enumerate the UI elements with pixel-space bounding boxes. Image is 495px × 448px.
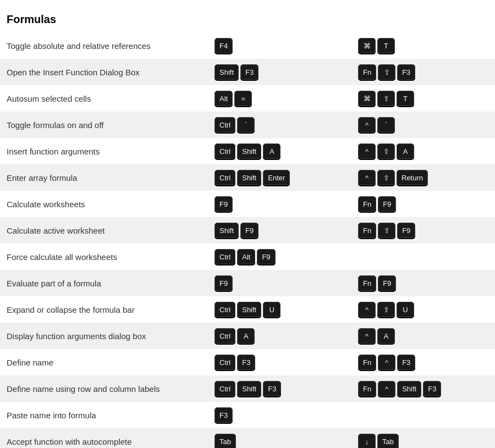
key-badge: F3 [240, 64, 258, 80]
key-badge: Ctrl [215, 117, 235, 132]
win-keys-cell: CtrlShiftU [208, 296, 351, 323]
mac-keys-cell: ^` [351, 112, 495, 138]
mac-keys-cell: Fn^F3 [351, 349, 495, 375]
key-badge: Shift [397, 381, 421, 396]
shortcut-label: Display function arguments dialog box [0, 323, 208, 349]
shortcut-label: Define name [0, 349, 208, 375]
key-badge: F3 [397, 64, 415, 80]
key-badge: Fn [358, 381, 376, 396]
mac-keys-cell: ⌘⇧T [351, 85, 495, 112]
key-badge: F9 [397, 223, 415, 238]
table-row: Open the Insert Function Dialog BoxShift… [0, 59, 495, 85]
key-badge: Tab [377, 434, 399, 448]
key-badge: Ctrl [215, 302, 235, 317]
key-badge: F9 [378, 275, 396, 291]
key-badge: F3 [423, 381, 441, 396]
table-row: Paste name into formulaF3 [0, 402, 495, 428]
key-badge: ⇧ [378, 64, 395, 80]
key-badge: U [263, 302, 280, 317]
key-badge: U [397, 302, 414, 317]
key-badge: Shift [237, 302, 261, 317]
key-badge: T [397, 91, 414, 106]
key-badge: ^ [378, 381, 395, 396]
key-badge: Ctrl [215, 143, 235, 159]
key-badge: Alt [215, 91, 233, 106]
shortcut-label: Calculate active worksheet [0, 217, 208, 244]
shortcut-label: Paste name into formula [0, 402, 208, 428]
shortcut-label: Enter array formula [0, 164, 208, 191]
shortcut-label: Force calculate all worksheets [0, 244, 208, 270]
mac-keys-cell: ⌘T [351, 32, 495, 59]
key-badge: Fn [358, 355, 376, 370]
shortcut-label: Accept function with autocomplete [0, 428, 208, 448]
key-badge: ^ [378, 355, 395, 370]
key-badge: F3 [397, 355, 415, 370]
shortcut-label: Evaluate part of a formula [0, 270, 208, 296]
key-badge: Shift [237, 170, 261, 185]
key-badge: F9 [215, 275, 233, 291]
key-badge: Enter [263, 170, 290, 185]
page-title: Formulas [0, 9, 495, 32]
mac-keys-cell [351, 244, 495, 270]
table-row: Define name using row and column labelsC… [0, 375, 495, 402]
key-badge: F9 [215, 196, 233, 212]
shortcut-label: Autosum selected cells [0, 85, 208, 112]
mac-keys-cell: ↓Tab [351, 428, 495, 448]
key-badge: ⇧ [377, 143, 395, 159]
win-keys-cell: F3 [208, 402, 351, 428]
mac-keys-cell: FnF9 [351, 191, 495, 217]
table-row: Calculate active worksheetShiftF9Fn⇧F9 [0, 217, 495, 244]
key-badge: F9 [240, 223, 258, 238]
table-row: Calculate worksheetsF9FnF9 [0, 191, 495, 217]
table-row: Toggle absolute and relative referencesF… [0, 32, 495, 59]
key-badge: Shift [237, 381, 261, 396]
shortcuts-table: Toggle absolute and relative referencesF… [0, 32, 495, 448]
key-badge: Fn [358, 275, 376, 291]
win-keys-cell: ShiftF9 [208, 217, 351, 244]
key-badge: ` [377, 117, 395, 132]
shortcut-label: Insert function arguments [0, 138, 208, 164]
win-keys-cell: CtrlAltF9 [208, 244, 351, 270]
key-badge: ^ [358, 143, 376, 159]
shortcut-label: Toggle absolute and relative references [0, 32, 208, 59]
win-keys-cell: CtrlA [208, 323, 351, 349]
key-badge: A [377, 328, 395, 344]
table-row: Toggle formulas on and offCtrl`^` [0, 112, 495, 138]
key-badge: ^ [358, 170, 376, 185]
key-badge: A [397, 143, 414, 159]
key-badge: Tab [215, 434, 236, 448]
key-badge: Alt [237, 249, 255, 264]
mac-keys-cell [351, 402, 495, 428]
table-row: Display function arguments dialog boxCtr… [0, 323, 495, 349]
key-badge: Return [397, 170, 428, 185]
win-keys-cell: Ctrl` [208, 112, 351, 138]
key-badge: ^ [358, 302, 376, 317]
mac-keys-cell: ^⇧A [351, 138, 495, 164]
key-badge: ⇧ [378, 223, 395, 238]
key-badge: T [377, 38, 395, 53]
table-row: Insert function argumentsCtrlShiftA^⇧A [0, 138, 495, 164]
win-keys-cell: Tab [208, 428, 351, 448]
win-keys-cell: CtrlShiftEnter [208, 164, 351, 191]
key-badge: ⇧ [377, 91, 395, 106]
key-badge: F3 [263, 381, 281, 396]
win-keys-cell: CtrlShiftF3 [208, 375, 351, 402]
key-badge: ^ [358, 328, 376, 344]
key-badge: Ctrl [215, 381, 235, 396]
key-badge: F3 [215, 407, 233, 423]
mac-keys-cell: ^⇧Return [351, 164, 495, 191]
key-badge: F4 [215, 38, 233, 53]
table-row: Force calculate all worksheetsCtrlAltF9 [0, 244, 495, 270]
key-badge: ` [237, 117, 255, 132]
mac-keys-cell: ^A [351, 323, 495, 349]
table-row: Evaluate part of a formulaF9FnF9 [0, 270, 495, 296]
key-badge: Ctrl [215, 249, 235, 264]
win-keys-cell: ShiftF3 [208, 59, 351, 85]
key-badge: ⇧ [377, 302, 395, 317]
table-row: Accept function with autocompleteTab↓Tab [0, 428, 495, 448]
win-keys-cell: Alt= [208, 85, 351, 112]
key-badge: F3 [237, 355, 255, 370]
win-keys-cell: CtrlF3 [208, 349, 351, 375]
shortcut-label: Toggle formulas on and off [0, 112, 208, 138]
key-badge: Shift [237, 143, 261, 159]
